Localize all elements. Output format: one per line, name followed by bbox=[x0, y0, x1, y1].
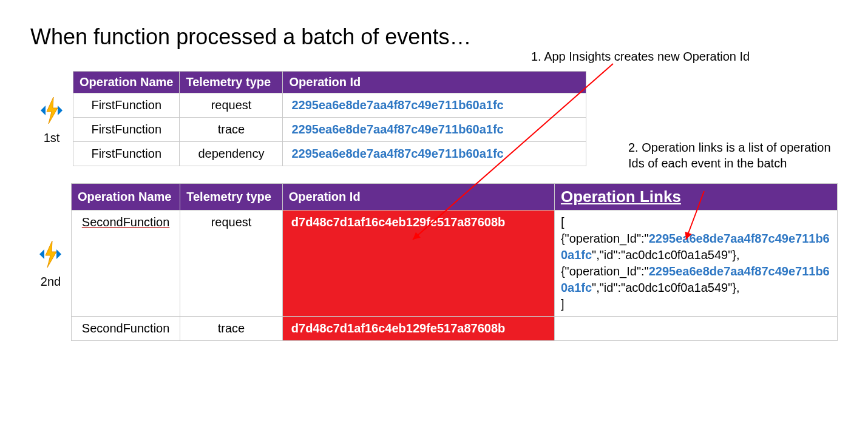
t2-oplinks-cell bbox=[554, 317, 837, 341]
t2-cell: request bbox=[180, 211, 283, 317]
azure-functions-icon bbox=[30, 236, 71, 272]
t1-cell: dependency bbox=[180, 142, 283, 166]
t2-header-teltype: Telemetry type bbox=[180, 184, 283, 211]
svg-marker-0 bbox=[47, 97, 58, 124]
table-row: SecondFunction trace d7d48c7d1af16c4eb12… bbox=[71, 317, 837, 341]
table-row: FirstFunction request 2295ea6e8de7aa4f87… bbox=[73, 93, 586, 118]
t1-cell: trace bbox=[180, 118, 283, 142]
first-label: 1st bbox=[30, 131, 73, 145]
t1-header-opid: Operation Id bbox=[283, 72, 586, 93]
table-row: FirstFunction trace 2295ea6e8de7aa4f87c4… bbox=[73, 118, 586, 142]
t2-header-opid: Operation Id bbox=[282, 184, 554, 211]
t2-header-opname: Operation Name bbox=[71, 184, 180, 211]
json-id-0: ac0dc1c0f0a1a549 bbox=[625, 248, 728, 261]
t2-cell: trace bbox=[180, 317, 283, 341]
page-title: When function processed a batch of event… bbox=[30, 24, 838, 50]
json-id-1: ac0dc1c0f0a1a549 bbox=[625, 281, 728, 294]
t2-cell: SecondFunction bbox=[71, 211, 180, 317]
t1-cell: FirstFunction bbox=[73, 93, 180, 118]
t2-cell: SecondFunction bbox=[71, 317, 180, 341]
first-table: Operation Name Telemetry type Operation … bbox=[73, 71, 586, 166]
svg-marker-1 bbox=[46, 241, 56, 268]
second-table: Operation Name Telemetry type Operation … bbox=[71, 183, 838, 341]
t1-cell: FirstFunction bbox=[73, 118, 180, 142]
t1-header-opname: Operation Name bbox=[73, 72, 180, 93]
t1-opid-cell: 2295ea6e8de7aa4f87c49e711b60a1fc bbox=[283, 142, 586, 166]
t2-header-oplinks: Operation Links bbox=[554, 184, 837, 211]
t1-cell: request bbox=[180, 93, 283, 118]
table-row: SecondFunction request d7d48c7d1af16c4eb… bbox=[71, 211, 837, 317]
table-row: FirstFunction dependency 2295ea6e8de7aa4… bbox=[73, 142, 586, 166]
annotation-2: 2. Operation links is a list of operatio… bbox=[628, 140, 847, 171]
second-function-cell: SecondFunction bbox=[82, 215, 170, 229]
operation-links-json: [ {"operation_Id":"2295ea6e8de7aa4f87c49… bbox=[561, 214, 831, 312]
json-bracket-open: [ bbox=[561, 215, 565, 229]
t2-oplinks-cell: [ {"operation_Id":"2295ea6e8de7aa4f87c49… bbox=[554, 211, 837, 317]
t1-cell: FirstFunction bbox=[73, 142, 180, 166]
t1-opid-cell: 2295ea6e8de7aa4f87c49e711b60a1fc bbox=[283, 118, 586, 142]
t1-header-teltype: Telemetry type bbox=[180, 72, 283, 93]
second-label: 2nd bbox=[30, 275, 71, 289]
azure-functions-icon bbox=[30, 92, 73, 129]
t2-opid-cell: d7d48c7d1af16c4eb129fe517a87608b bbox=[282, 211, 554, 317]
t2-opid-cell: d7d48c7d1af16c4eb129fe517a87608b bbox=[282, 317, 554, 341]
t1-opid-cell: 2295ea6e8de7aa4f87c49e711b60a1fc bbox=[283, 93, 586, 118]
annotation-1: 1. App Insights creates new Operation Id bbox=[531, 49, 750, 64]
json-bracket-close: ] bbox=[561, 297, 565, 311]
